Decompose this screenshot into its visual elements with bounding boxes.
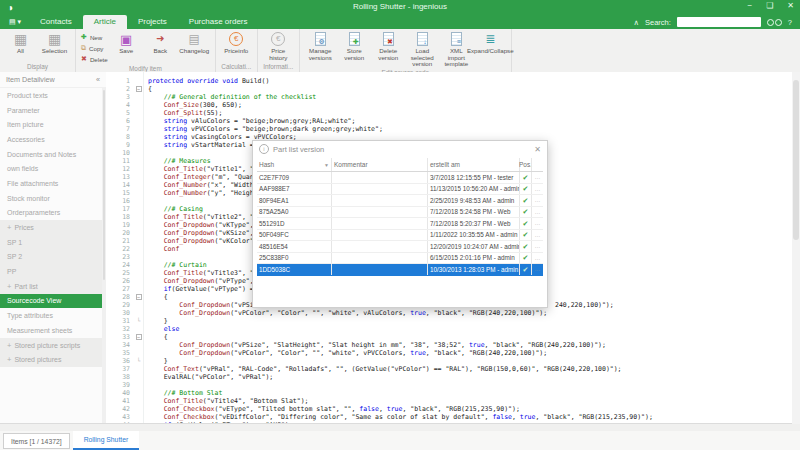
version-comment: [331, 207, 427, 218]
line-number: 31: [106, 317, 133, 325]
code-line: 31└ }: [106, 317, 800, 325]
ribbon-tab-row: ▤ ▾ ContactsArticleProjectsPurchase orde…: [0, 15, 800, 29]
row-actions-button[interactable]: …: [531, 230, 543, 241]
row-actions-button[interactable]: …: [531, 172, 543, 183]
sidebar-item-product-texts[interactable]: Product texts: [0, 88, 106, 103]
close-button[interactable]: ✕: [787, 1, 794, 10]
app-menu-icon[interactable]: ▤ ▾: [0, 18, 29, 29]
version-row[interactable]: 875A25A07/12/2018 5:24:58 PM - Web✔…: [257, 207, 543, 219]
document-tab[interactable]: Rolling Shutter: [73, 431, 140, 450]
sidebar-item-documents-and-notes[interactable]: Documents and Notes: [0, 147, 106, 162]
minimize-button[interactable]: −: [747, 1, 752, 10]
row-actions-button[interactable]: …: [531, 195, 543, 206]
expand-collapse-icon: ≣: [485, 33, 495, 45]
delete-button[interactable]: ✖Delete: [81, 54, 108, 64]
version-created: 3/7/2018 12:15:55 PM - tester: [427, 172, 519, 183]
xml-import-icon: ≡: [451, 32, 462, 46]
code-line: 35 Conf_Dropdown("vPColor", "Color", "",…: [106, 349, 800, 357]
row-actions-button[interactable]: …: [531, 218, 543, 229]
code-line: 42 Conf_Checkbox("vEType", "Tilted botto…: [106, 405, 800, 413]
sidebar-item-sp-2[interactable]: SP 2: [0, 250, 106, 265]
sidebar-item-part-list[interactable]: +Part list: [0, 279, 106, 294]
code-line: 33− {: [106, 333, 800, 341]
sidebar-item-label: Stored pictures: [14, 356, 61, 363]
row-actions-button[interactable]: …: [531, 184, 543, 195]
button-label: Changelog: [179, 48, 209, 55]
manage-versions-button[interactable]: ⚙Manage versions: [305, 31, 336, 61]
tab-article[interactable]: Article: [83, 15, 127, 29]
version-row[interactable]: 551291D7/12/2018 5:20:37 PM - Web✔…: [257, 218, 543, 230]
version-row[interactable]: 80F94EA12/25/2019 9:48:53 AM - admin✔…: [257, 195, 543, 207]
version-row[interactable]: 1DD5038C10/30/2013 1:28:03 PM - admin✔…: [257, 264, 543, 276]
sidebar-item-accessories[interactable]: Accessories: [0, 132, 106, 147]
copy-button[interactable]: ⧉Copy: [81, 43, 108, 53]
sidebar-item-prices[interactable]: +Prices: [0, 220, 106, 235]
sidebar-item-pp[interactable]: PP: [0, 264, 106, 279]
maximize-button[interactable]: ❏: [766, 1, 773, 10]
tab-purchase-orders[interactable]: Purchase orders: [178, 15, 259, 29]
sort-filter-icon[interactable]: ▼: [324, 162, 329, 168]
version-created: 7/12/2018 5:20:37 PM - Web: [427, 218, 519, 229]
row-actions-button[interactable]: …: [531, 264, 543, 275]
sidebar-item-stored-pictures[interactable]: +Stored pictures: [0, 352, 106, 367]
price-history-button[interactable]: €Price history: [263, 31, 294, 61]
delete-version-icon: ✖: [383, 32, 394, 46]
priceinfo-button[interactable]: €Priceinfo: [221, 31, 252, 55]
version-row[interactable]: C2E7F7093/7/2018 12:15:55 PM - tester✔…: [257, 172, 543, 184]
sidebar-item-sourcecode-view[interactable]: Sourcecode View: [0, 294, 106, 309]
tab-contacts[interactable]: Contacts: [29, 15, 83, 29]
search-input[interactable]: [677, 17, 761, 27]
version-row[interactable]: 25C838F06/15/2015 2:01:16 PM - admin✔…: [257, 253, 543, 265]
selection-button[interactable]: ▦Selection: [39, 31, 70, 55]
sidebar-item-type-attributes[interactable]: Type attributes: [0, 308, 106, 323]
collapse-ribbon-icon[interactable]: ∧: [633, 18, 639, 27]
sidebar-item-stored-picture-scripts[interactable]: +Stored picture scripts: [0, 338, 106, 353]
collapse-sidebar-icon[interactable]: «: [96, 75, 100, 84]
version-comment: [331, 230, 427, 241]
code-line: 7 string vPVCColors = "beige;brown;dark …: [106, 125, 800, 133]
code-text: //# Measures: [144, 157, 211, 165]
help-icon[interactable]: ?: [788, 18, 792, 27]
version-row[interactable]: 50F049FC1/11/2022 10:35:55 AM - admin✔…: [257, 230, 543, 242]
save-button[interactable]: ▣Save: [111, 31, 142, 55]
column-header-kommentar[interactable]: Kommentar: [331, 158, 427, 171]
editor-scrollbar[interactable]: [792, 72, 800, 424]
button-label: Back: [153, 48, 167, 55]
store-version-button[interactable]: ✚Store version: [339, 31, 370, 61]
sidebar-item-file-attachments[interactable]: File attachments: [0, 176, 106, 191]
row-actions-button[interactable]: …: [531, 253, 543, 264]
expand-collapse-button[interactable]: ≣Expand/Collapse: [475, 31, 506, 55]
changelog-button[interactable]: ▤Changelog: [179, 31, 210, 55]
version-hash: AAF988E7: [257, 185, 331, 192]
sidebar-item-own-fields[interactable]: own fields: [0, 161, 106, 176]
dialog-titlebar[interactable]: i Part list version ✕: [253, 141, 547, 157]
group-label: Informati...: [263, 62, 294, 72]
column-header-hash[interactable]: Hash ▼: [257, 161, 331, 168]
column-header-erstellt-am[interactable]: erstellt am: [427, 158, 519, 171]
load-selected-version-button[interactable]: ↓Load selected version: [407, 31, 438, 68]
sidebar-item-item-picture[interactable]: Item picture: [0, 117, 106, 132]
all-button[interactable]: ▦All: [5, 31, 36, 55]
sidebar-item-orderparameters[interactable]: Orderparameters: [0, 206, 106, 221]
row-actions-button[interactable]: …: [531, 241, 543, 252]
find-icon[interactable]: [767, 19, 782, 26]
code-line: 3 //# General definition of the checklis…: [106, 93, 800, 101]
window-title: Rolling Shutter - ingenious: [0, 2, 800, 11]
back-button[interactable]: ➜Back: [145, 31, 176, 55]
version-row[interactable]: 48516E5412/20/2019 10:24:07 AM - admin✔…: [257, 241, 543, 253]
code-text: //# Curtain: [144, 261, 207, 269]
sidebar-item-measurement-sheets[interactable]: Measurement sheets: [0, 323, 106, 338]
sidebar-item-sp-1[interactable]: SP 1: [0, 235, 106, 250]
button-label: Price history: [263, 48, 294, 61]
version-row[interactable]: AAF988E711/13/2015 10:56:20 AM - admin✔…: [257, 184, 543, 196]
tab-projects[interactable]: Projects: [127, 15, 178, 29]
column-header-pos[interactable]: Pos.: [519, 158, 531, 171]
code-text: Conf_Dropdown("vKType", ": [144, 221, 262, 229]
delete-version-button[interactable]: ✖Delete version: [373, 31, 404, 61]
line-number: 4: [106, 101, 133, 109]
new-button[interactable]: ✚New: [81, 32, 108, 42]
dialog-close-icon[interactable]: ✕: [534, 145, 541, 154]
row-actions-button[interactable]: …: [531, 207, 543, 218]
sidebar-item-stock-monitor[interactable]: Stock monitor: [0, 191, 106, 206]
sidebar-item-parameter[interactable]: Parameter: [0, 103, 106, 118]
